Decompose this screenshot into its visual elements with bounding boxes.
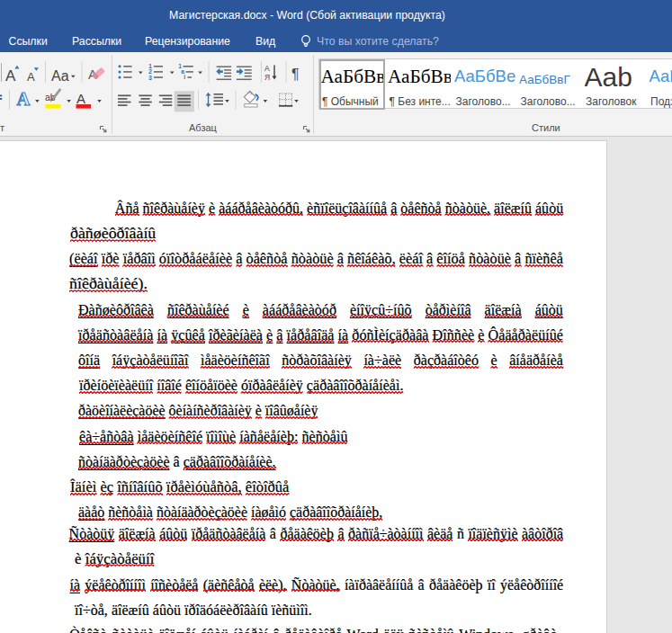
svg-text:A: A (76, 91, 85, 106)
svg-text:¶: ¶ (291, 67, 300, 82)
svg-text:Aa: Aa (51, 68, 69, 84)
svg-text:А: А (264, 64, 270, 73)
svg-text:A: A (5, 67, 16, 85)
svg-text:i: i (184, 74, 185, 80)
svg-text:A: A (27, 70, 35, 84)
svg-text:3: 3 (148, 75, 152, 81)
svg-text:A: A (17, 89, 31, 109)
svg-text:Я: Я (264, 73, 270, 82)
